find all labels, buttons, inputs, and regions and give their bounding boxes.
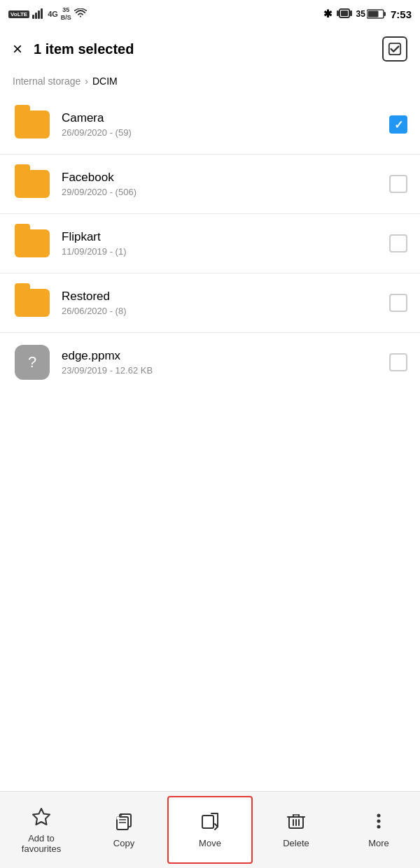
copy-icon: [114, 811, 134, 834]
toolbar-copy[interactable]: Copy: [83, 792, 165, 868]
file-meta-edge: 23/09/2019 - 12.62 KB: [62, 365, 389, 376]
speed-indicator: 35 B/S: [61, 6, 71, 22]
folder-icon-flipkart: [13, 224, 52, 263]
battery-container: 35: [356, 8, 386, 20]
status-time: 7:53: [391, 8, 412, 20]
svg-rect-20: [202, 816, 214, 828]
breadcrumb-current: DCIM: [92, 76, 118, 87]
svg-rect-2: [38, 10, 40, 19]
svg-rect-1: [35, 13, 37, 19]
signal-icon: [32, 8, 45, 21]
select-all-button[interactable]: [382, 36, 407, 62]
file-item-facebook[interactable]: Facebook 29/09/2020 - (506): [0, 155, 420, 214]
wifi-icon: [74, 8, 87, 20]
file-list: Camera 26/09/2020 - (59) Facebook 29/09/…: [0, 95, 420, 791]
file-info-flipkart: Flipkart 11/09/2019 - (1): [62, 230, 389, 257]
select-all-icon: [388, 42, 402, 56]
toolbar-label-copy: Copy: [113, 838, 134, 848]
file-item-camera[interactable]: Camera 26/09/2020 - (59): [0, 95, 420, 155]
breadcrumb-parent[interactable]: Internal storage: [13, 76, 80, 87]
file-icon-edge: ?: [13, 343, 52, 382]
svg-point-18: [120, 814, 122, 816]
more-dots-icon: [369, 811, 388, 834]
checkbox-restored[interactable]: [389, 294, 407, 312]
close-button[interactable]: ×: [13, 41, 22, 57]
breadcrumb: Internal storage › DCIM: [0, 70, 420, 95]
folder-icon-facebook: [13, 164, 52, 204]
file-meta-restored: 26/06/2020 - (8): [62, 306, 389, 316]
move-icon: [200, 811, 220, 834]
file-item-flipkart[interactable]: Flipkart 11/09/2019 - (1): [0, 214, 420, 273]
checkbox-facebook[interactable]: [389, 175, 407, 193]
svg-point-31: [377, 825, 381, 829]
toolbar-move[interactable]: Move: [167, 796, 253, 864]
network-type: 4G: [48, 10, 58, 18]
bottom-toolbar: Add tofavourites Copy Move: [0, 791, 420, 868]
status-right: ✱ 35 7:53: [323, 8, 412, 21]
svg-rect-6: [337, 10, 339, 16]
svg-rect-7: [350, 10, 352, 16]
file-info-camera: Camera 26/09/2020 - (59): [62, 111, 389, 138]
toolbar-label-favourites: Add tofavourites: [22, 833, 61, 854]
svg-marker-12: [33, 809, 50, 825]
toolbar-label-move: Move: [199, 838, 221, 848]
header-left: × 1 item selected: [13, 41, 134, 57]
svg-rect-5: [341, 10, 348, 16]
folder-icon-camera: [13, 105, 52, 144]
svg-point-29: [377, 814, 381, 818]
toolbar-label-more: More: [368, 838, 389, 848]
svg-rect-10: [368, 11, 378, 17]
checkbox-edge[interactable]: [389, 353, 407, 371]
breadcrumb-separator: ›: [85, 76, 88, 87]
toolbar-more[interactable]: More: [337, 792, 420, 868]
status-bar: VoLTE 4G 35 B/S ✱: [0, 0, 420, 28]
vibrate-icon: [337, 8, 352, 21]
toolbar-label-delete: Delete: [283, 838, 309, 848]
file-info-restored: Restored 26/06/2020 - (8): [62, 290, 389, 316]
svg-rect-0: [32, 15, 34, 19]
folder-icon-restored: [13, 283, 52, 322]
file-meta-flipkart: 11/09/2019 - (1): [62, 246, 389, 257]
file-meta-facebook: 29/09/2020 - (506): [62, 187, 389, 197]
file-name-edge: edge.ppmx: [62, 349, 389, 363]
file-info-facebook: Facebook 29/09/2020 - (506): [62, 171, 389, 197]
bluetooth-icon: ✱: [323, 8, 332, 20]
checkbox-flipkart[interactable]: [389, 234, 407, 252]
battery-percent: 35: [356, 9, 365, 19]
file-meta-camera: 26/09/2020 - (59): [62, 127, 389, 138]
checkbox-camera[interactable]: [389, 115, 407, 134]
file-item-restored[interactable]: Restored 26/06/2020 - (8): [0, 273, 420, 333]
header-title: 1 item selected: [34, 41, 134, 57]
trash-icon: [286, 811, 306, 834]
file-info-edge: edge.ppmx 23/09/2019 - 12.62 KB: [62, 349, 389, 376]
file-name-facebook: Facebook: [62, 171, 389, 185]
svg-rect-25: [293, 815, 299, 817]
file-name-restored: Restored: [62, 290, 389, 304]
header: × 1 item selected: [0, 28, 420, 70]
file-name-flipkart: Flipkart: [62, 230, 389, 244]
svg-rect-19: [117, 817, 119, 819]
svg-rect-3: [41, 8, 43, 19]
file-name-camera: Camera: [62, 111, 389, 125]
volte-badge: VoLTE: [8, 10, 29, 18]
unknown-file-icon: ?: [15, 345, 50, 380]
toolbar-delete[interactable]: Delete: [255, 792, 337, 868]
status-left: VoLTE 4G 35 B/S: [8, 6, 87, 22]
star-icon: [31, 806, 51, 829]
svg-rect-9: [384, 12, 386, 16]
file-item-edge-ppmx[interactable]: ? edge.ppmx 23/09/2019 - 12.62 KB: [0, 333, 420, 392]
svg-point-30: [377, 820, 381, 823]
battery-icon: [367, 8, 386, 20]
toolbar-add-to-favourites[interactable]: Add tofavourites: [0, 792, 83, 868]
